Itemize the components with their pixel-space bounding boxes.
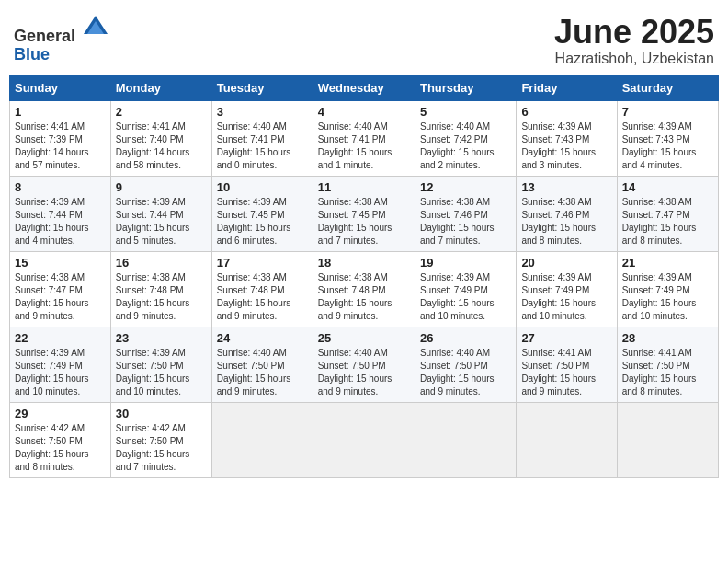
calendar-cell: 28Sunrise: 4:41 AM Sunset: 7:50 PM Dayli…: [617, 327, 718, 402]
calendar-cell: 21Sunrise: 4:39 AM Sunset: 7:49 PM Dayli…: [617, 251, 718, 327]
day-number: 3: [217, 105, 308, 119]
calendar-cell: 10Sunrise: 4:39 AM Sunset: 7:45 PM Dayli…: [211, 176, 313, 251]
calendar-cell: 15Sunrise: 4:38 AM Sunset: 7:47 PM Dayli…: [10, 251, 111, 327]
day-number: 28: [622, 331, 713, 345]
calendar-cell: 9Sunrise: 4:39 AM Sunset: 7:44 PM Daylig…: [110, 176, 211, 251]
calendar-cell: [617, 402, 718, 477]
day-info: Sunrise: 4:39 AM Sunset: 7:45 PM Dayligh…: [217, 196, 308, 247]
day-number: 20: [521, 256, 611, 270]
day-info: Sunrise: 4:41 AM Sunset: 7:50 PM Dayligh…: [622, 347, 713, 398]
day-info: Sunrise: 4:40 AM Sunset: 7:50 PM Dayligh…: [420, 347, 511, 398]
day-info: Sunrise: 4:41 AM Sunset: 7:39 PM Dayligh…: [15, 121, 106, 172]
day-info: Sunrise: 4:38 AM Sunset: 7:48 PM Dayligh…: [217, 271, 308, 323]
day-number: 1: [15, 105, 106, 119]
day-info: Sunrise: 4:40 AM Sunset: 7:41 PM Dayligh…: [217, 121, 308, 172]
day-number: 22: [15, 331, 106, 345]
day-number: 10: [217, 180, 308, 194]
day-number: 25: [318, 331, 410, 345]
day-info: Sunrise: 4:40 AM Sunset: 7:50 PM Dayligh…: [318, 347, 410, 398]
calendar-week-2: 8Sunrise: 4:39 AM Sunset: 7:44 PM Daylig…: [10, 176, 719, 251]
calendar-cell: 19Sunrise: 4:39 AM Sunset: 7:49 PM Dayli…: [415, 251, 516, 327]
day-info: Sunrise: 4:38 AM Sunset: 7:47 PM Dayligh…: [15, 271, 106, 323]
day-info: Sunrise: 4:38 AM Sunset: 7:46 PM Dayligh…: [420, 196, 511, 247]
calendar-header-friday: Friday: [517, 75, 617, 100]
calendar-week-1: 1Sunrise: 4:41 AM Sunset: 7:39 PM Daylig…: [10, 100, 719, 176]
day-number: 9: [116, 180, 207, 194]
logo: General Blue: [14, 14, 109, 64]
calendar-cell: 5Sunrise: 4:40 AM Sunset: 7:42 PM Daylig…: [415, 100, 516, 176]
calendar-cell: 7Sunrise: 4:39 AM Sunset: 7:43 PM Daylig…: [617, 100, 718, 176]
calendar-body: 1Sunrise: 4:41 AM Sunset: 7:39 PM Daylig…: [10, 100, 719, 477]
calendar-cell: 16Sunrise: 4:38 AM Sunset: 7:48 PM Dayli…: [110, 251, 211, 327]
calendar-header-wednesday: Wednesday: [313, 75, 415, 100]
calendar-cell: [313, 402, 415, 477]
day-number: 17: [217, 256, 308, 270]
calendar-cell: 26Sunrise: 4:40 AM Sunset: 7:50 PM Dayli…: [415, 327, 516, 402]
calendar-cell: 20Sunrise: 4:39 AM Sunset: 7:49 PM Dayli…: [517, 251, 617, 327]
logo-blue: Blue: [14, 45, 50, 63]
day-number: 6: [521, 105, 611, 119]
calendar-cell: 18Sunrise: 4:38 AM Sunset: 7:48 PM Dayli…: [313, 251, 415, 327]
calendar-cell: 4Sunrise: 4:40 AM Sunset: 7:41 PM Daylig…: [313, 100, 415, 176]
day-number: 8: [15, 180, 106, 194]
day-info: Sunrise: 4:42 AM Sunset: 7:50 PM Dayligh…: [116, 422, 207, 474]
day-number: 12: [420, 180, 511, 194]
logo-icon: [82, 14, 109, 41]
calendar-cell: 14Sunrise: 4:38 AM Sunset: 7:47 PM Dayli…: [617, 176, 718, 251]
day-number: 29: [15, 407, 106, 420]
calendar-header-monday: Monday: [110, 75, 211, 100]
calendar-cell: [415, 402, 516, 477]
day-info: Sunrise: 4:38 AM Sunset: 7:48 PM Dayligh…: [318, 271, 410, 323]
day-number: 14: [622, 180, 713, 194]
day-number: 27: [521, 331, 611, 345]
calendar-header-saturday: Saturday: [617, 75, 718, 100]
calendar-week-3: 15Sunrise: 4:38 AM Sunset: 7:47 PM Dayli…: [10, 251, 719, 327]
day-number: 7: [622, 105, 713, 119]
location-title: Hazratishoh, Uzbekistan: [554, 51, 714, 67]
calendar-header-thursday: Thursday: [415, 75, 516, 100]
calendar-cell: [211, 402, 313, 477]
day-number: 18: [318, 256, 410, 270]
calendar-cell: 27Sunrise: 4:41 AM Sunset: 7:50 PM Dayli…: [517, 327, 617, 402]
month-title: June 2025: [554, 14, 714, 51]
day-number: 30: [116, 407, 207, 420]
day-info: Sunrise: 4:40 AM Sunset: 7:50 PM Dayligh…: [217, 347, 308, 398]
day-info: Sunrise: 4:39 AM Sunset: 7:49 PM Dayligh…: [622, 271, 713, 323]
calendar-cell: 24Sunrise: 4:40 AM Sunset: 7:50 PM Dayli…: [211, 327, 313, 402]
calendar-header-sunday: Sunday: [10, 75, 111, 100]
calendar-week-4: 22Sunrise: 4:39 AM Sunset: 7:49 PM Dayli…: [10, 327, 719, 402]
day-number: 15: [15, 256, 106, 270]
day-number: 13: [521, 180, 611, 194]
day-info: Sunrise: 4:39 AM Sunset: 7:50 PM Dayligh…: [116, 347, 207, 398]
calendar-cell: 13Sunrise: 4:38 AM Sunset: 7:46 PM Dayli…: [517, 176, 617, 251]
day-info: Sunrise: 4:41 AM Sunset: 7:40 PM Dayligh…: [116, 121, 207, 172]
day-info: Sunrise: 4:38 AM Sunset: 7:47 PM Dayligh…: [622, 196, 713, 247]
title-area: June 2025 Hazratishoh, Uzbekistan: [554, 14, 714, 67]
calendar-cell: 22Sunrise: 4:39 AM Sunset: 7:49 PM Dayli…: [10, 327, 111, 402]
calendar-cell: 23Sunrise: 4:39 AM Sunset: 7:50 PM Dayli…: [110, 327, 211, 402]
calendar-cell: 8Sunrise: 4:39 AM Sunset: 7:44 PM Daylig…: [10, 176, 111, 251]
day-info: Sunrise: 4:39 AM Sunset: 7:43 PM Dayligh…: [622, 121, 713, 172]
day-info: Sunrise: 4:40 AM Sunset: 7:42 PM Dayligh…: [420, 121, 511, 172]
day-info: Sunrise: 4:39 AM Sunset: 7:43 PM Dayligh…: [521, 121, 611, 172]
calendar-table: SundayMondayTuesdayWednesdayThursdayFrid…: [9, 75, 719, 478]
day-number: 26: [420, 331, 511, 345]
calendar-header-row: SundayMondayTuesdayWednesdayThursdayFrid…: [10, 75, 719, 100]
page-header: General Blue June 2025 Hazratishoh, Uzbe…: [9, 9, 719, 67]
calendar-cell: 6Sunrise: 4:39 AM Sunset: 7:43 PM Daylig…: [517, 100, 617, 176]
calendar-cell: 17Sunrise: 4:38 AM Sunset: 7:48 PM Dayli…: [211, 251, 313, 327]
day-info: Sunrise: 4:39 AM Sunset: 7:49 PM Dayligh…: [15, 347, 106, 398]
calendar-cell: 11Sunrise: 4:38 AM Sunset: 7:45 PM Dayli…: [313, 176, 415, 251]
day-info: Sunrise: 4:41 AM Sunset: 7:50 PM Dayligh…: [521, 347, 611, 398]
day-info: Sunrise: 4:38 AM Sunset: 7:46 PM Dayligh…: [521, 196, 611, 247]
day-info: Sunrise: 4:38 AM Sunset: 7:45 PM Dayligh…: [318, 196, 410, 247]
day-number: 4: [318, 105, 410, 119]
logo-general: General: [14, 27, 75, 45]
day-number: 24: [217, 331, 308, 345]
calendar-cell: 1Sunrise: 4:41 AM Sunset: 7:39 PM Daylig…: [10, 100, 111, 176]
day-info: Sunrise: 4:39 AM Sunset: 7:44 PM Dayligh…: [116, 196, 207, 247]
calendar-cell: 29Sunrise: 4:42 AM Sunset: 7:50 PM Dayli…: [10, 402, 111, 477]
calendar-cell: 30Sunrise: 4:42 AM Sunset: 7:50 PM Dayli…: [110, 402, 211, 477]
day-info: Sunrise: 4:39 AM Sunset: 7:44 PM Dayligh…: [15, 196, 106, 247]
day-info: Sunrise: 4:39 AM Sunset: 7:49 PM Dayligh…: [420, 271, 511, 323]
